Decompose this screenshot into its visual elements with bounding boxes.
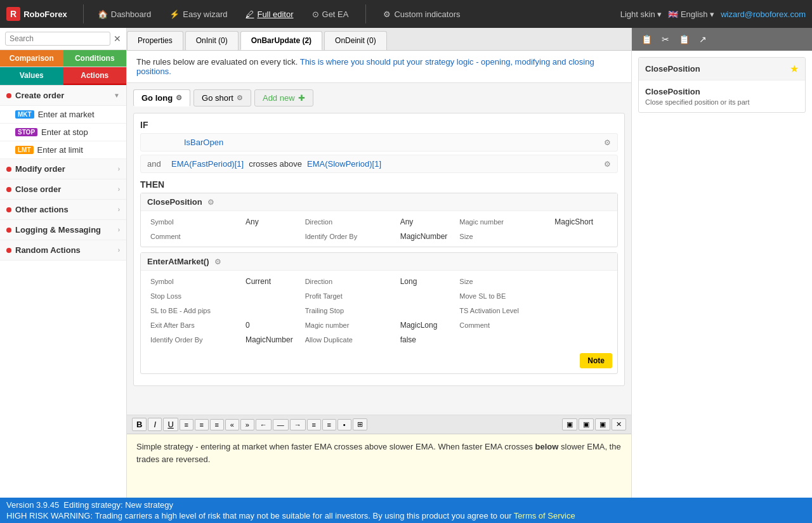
version-text: Version 3.9.45 [6, 500, 59, 510]
center-content: Properties OnInit (0) OnBarUpdate (2) On… [127, 28, 631, 498]
action-header-enter: EnterAtMarket() ⚙ [141, 253, 617, 271]
share-icon[interactable]: ↗ [696, 33, 710, 46]
section-other-actions[interactable]: Other actions › [0, 200, 126, 220]
tab-properties[interactable]: Properties [127, 31, 183, 50]
view-btn-2[interactable]: ▣ [579, 418, 594, 430]
condition-value[interactable]: IsBarOpen [184, 138, 223, 147]
condition-is-bar-open: IsBarOpen ⚙ [140, 133, 618, 152]
sidebar-tabs: Comparison Conditions [0, 50, 126, 67]
paste-icon[interactable]: 📋 [676, 33, 693, 46]
action-gear-icon-2[interactable]: ⚙ [214, 257, 221, 266]
bold-button[interactable]: B [132, 418, 147, 431]
tab-onbarupdate[interactable]: OnBarUpdate (2) [240, 31, 322, 50]
action-enter-at-market: EnterAtMarket() ⚙ Symbol Current Directi… [140, 252, 618, 374]
rpanel-toolbar: 📋 ✂ 📋 ↗ [632, 28, 812, 51]
arrow-left-button[interactable]: ← [256, 419, 272, 430]
chevron-right-icon: › [118, 247, 120, 254]
notes-area: B I U ≡ ≡ ≡ « » ← — → ≡ ≡ • ⊞ ▣ ▣ ▣ ✕ [127, 415, 631, 498]
main-layout: ✕ Comparison Conditions Values Actions C… [0, 28, 812, 498]
view-btn-3[interactable]: ▣ [595, 418, 610, 430]
rule-tab-go-long[interactable]: Go long ⚙ [133, 89, 190, 107]
section-logging[interactable]: Logging & Messaging › [0, 220, 126, 240]
user-email[interactable]: wizard@roboforex.com [721, 10, 806, 19]
nav-full-editor[interactable]: 🖊 Full editor [238, 6, 301, 22]
arrow-right-button[interactable]: → [290, 419, 306, 430]
nav-divider [83, 4, 84, 23]
nav-custom-indicators[interactable]: ⚙ Custom indicators [376, 6, 468, 22]
cut-icon[interactable]: ✂ [658, 33, 672, 46]
rule-tab-go-short[interactable]: Go short ⚙ [193, 89, 251, 107]
field-comment-value [242, 229, 302, 243]
section-label: Close order [15, 184, 118, 194]
ema-slow-link[interactable]: EMA(SlowPeriod)[1] [307, 159, 381, 169]
rpanel-card-header: ClosePosition ★ [639, 58, 805, 81]
editing-text: Editing strategy: New strategy [63, 500, 173, 510]
copy-icon[interactable]: 📋 [638, 33, 655, 46]
sidebar-tabs-2: Values Actions [0, 67, 126, 86]
gear-icon[interactable]: ⚙ [237, 94, 243, 102]
chevron-right-icon: › [118, 226, 120, 233]
notes-toolbar: B I U ≡ ≡ ≡ « » ← — → ≡ ≡ • ⊞ ▣ ▣ ▣ ✕ [127, 415, 631, 434]
tab-comparison[interactable]: Comparison [0, 50, 63, 67]
item-label: Enter at limit [37, 145, 83, 155]
tos-link[interactable]: Terms of Service [514, 511, 575, 520]
tab-values[interactable]: Values [0, 67, 63, 85]
nav-get-ea[interactable]: ⊙ Get EA [304, 6, 357, 22]
item-enter-at-limit[interactable]: LMT Enter at limit [0, 141, 126, 159]
bullet-button[interactable]: • [337, 419, 351, 430]
item-label: Enter at market [38, 110, 95, 119]
italic-button[interactable]: I [148, 418, 162, 431]
tab-oninit[interactable]: OnInit (0) [185, 31, 239, 50]
note-button[interactable]: Note [580, 353, 612, 368]
align-left-button[interactable]: ≡ [180, 419, 193, 430]
action-title: ClosePosition [147, 197, 202, 207]
language-selector[interactable]: 🇬🇧 English ▾ [668, 10, 714, 19]
search-input[interactable] [5, 32, 110, 46]
rule-tab-add-new[interactable]: Add new ✚ [254, 89, 313, 107]
download-icon: ⊙ [312, 10, 319, 19]
chevron-right-icon: › [118, 186, 120, 193]
item-enter-at-stop[interactable]: STOP Enter at stop [0, 124, 126, 141]
close-search-icon[interactable]: ✕ [114, 34, 121, 44]
star-icon[interactable]: ★ [790, 63, 799, 75]
view-btn-1[interactable]: ▣ [562, 418, 577, 430]
action-gear-icon[interactable]: ⚙ [207, 198, 214, 207]
align-center-button[interactable]: ≡ [195, 419, 209, 430]
skin-selector[interactable]: Light skin ▾ [620, 10, 662, 19]
info-bar: The rules below are evaluated on every t… [127, 51, 631, 83]
section-label: Other actions [15, 205, 118, 214]
mkt-tag: MKT [15, 110, 34, 119]
section-create-order[interactable]: Create order ▼ [0, 86, 126, 106]
underline-button[interactable]: U [163, 418, 178, 431]
notes-bold-word: below [535, 442, 559, 451]
condition-gear-icon[interactable]: ⚙ [604, 138, 611, 147]
close-notes-button[interactable]: ✕ [612, 418, 626, 430]
section-modify-order[interactable]: Modify order › [0, 159, 126, 179]
section-random-actions[interactable]: Random Actions › [0, 240, 126, 261]
gear-icon[interactable]: ⚙ [176, 94, 182, 102]
section-dot [6, 248, 11, 253]
logo[interactable]: R RoboForex [6, 7, 67, 21]
ema-fast-link[interactable]: EMA(FastPeriod)[1] [171, 159, 244, 169]
list-ol-button[interactable]: ≡ [307, 419, 321, 430]
list-ul-button[interactable]: ≡ [322, 419, 336, 430]
indent-right-button[interactable]: » [240, 419, 254, 430]
item-enter-at-market[interactable]: MKT Enter at market [0, 106, 126, 124]
align-right-button[interactable]: ≡ [210, 419, 224, 430]
link-button[interactable]: ⊞ [353, 418, 367, 430]
stop-tag: STOP [15, 128, 37, 136]
crosses-above-text: crosses above [249, 159, 302, 169]
tab-conditions[interactable]: Conditions [63, 50, 127, 67]
indent-left-button[interactable]: « [225, 419, 239, 430]
dash-button[interactable]: — [273, 419, 289, 430]
tab-ondeinit[interactable]: OnDeinit (0) [324, 31, 387, 50]
then-label: THEN [140, 179, 618, 190]
condition-gear-icon-2[interactable]: ⚙ [604, 160, 611, 169]
tab-actions[interactable]: Actions [63, 67, 127, 85]
right-panel: 📋 ✂ 📋 ↗ ClosePosition ★ ClosePosition Cl… [631, 28, 812, 498]
section-close-order[interactable]: Close order › [0, 179, 126, 200]
nav-easy-wizard[interactable]: ⚡ Easy wizard [162, 6, 235, 22]
risk-warning: HIGH RISK WARNING: Trading carriers a hi… [6, 511, 806, 520]
field-direction-label: Direction [302, 214, 397, 229]
nav-dashboard[interactable]: 🏠 Dashboard [90, 6, 159, 22]
